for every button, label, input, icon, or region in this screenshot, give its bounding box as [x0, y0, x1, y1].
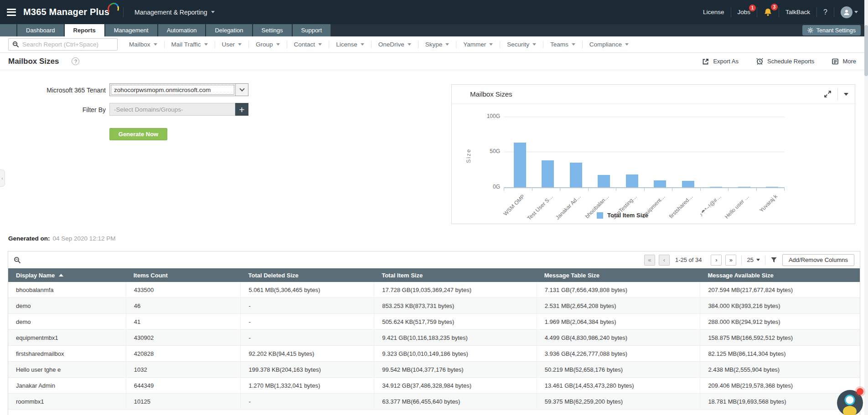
report-menu-group[interactable]: Group — [249, 41, 287, 48]
chat-support-widget[interactable] — [837, 390, 863, 415]
tab-settings[interactable]: Settings — [253, 24, 292, 36]
column-header-message-table-size[interactable]: Message Table Size — [537, 268, 700, 282]
expand-icon[interactable] — [824, 90, 832, 98]
chevron-down-icon — [625, 43, 629, 46]
cell: 99.542 MB(104,377,176 bytes) — [374, 362, 537, 377]
table-row[interactable]: demo41-505.624 KB(517,759 bytes)1.969 MB… — [8, 314, 860, 330]
table-row[interactable]: bhoobalanmfa4335005.061 MB(5,306,465 byt… — [8, 282, 860, 298]
generate-now-button[interactable]: Generate Now — [109, 128, 167, 140]
report-menu-mailbox[interactable]: Mailbox — [122, 41, 164, 48]
column-header-label: Display Name — [16, 272, 55, 279]
add-remove-columns-button[interactable]: Add/Remove Columns — [782, 254, 854, 266]
tab-support[interactable]: Support — [293, 24, 331, 36]
column-header-total-deleted-size[interactable]: Total Deleted Size — [240, 268, 374, 282]
report-menu-user[interactable]: User — [215, 41, 249, 48]
notifications-button[interactable]: 3 — [764, 8, 772, 17]
x-axis-tick — [504, 188, 504, 191]
domains-groups-input[interactable]: -Select Domains/Groups- — [109, 103, 235, 116]
tab-delegation[interactable]: Delegation — [206, 24, 252, 36]
scrollbar-thumb[interactable] — [864, 25, 868, 76]
user-menu[interactable] — [841, 6, 858, 18]
x-axis-tick — [784, 188, 785, 191]
collapse-panel-handle[interactable]: ‹ — [0, 169, 5, 187]
vertical-scrollbar[interactable] — [864, 0, 868, 415]
search-icon — [12, 41, 19, 48]
bar-1 — [542, 160, 554, 187]
table-row[interactable]: firstsharedmailbox42082892.202 KB(94,415… — [8, 346, 860, 362]
last-page-button[interactable]: » — [725, 255, 736, 266]
column-header-label: Message Available Size — [708, 272, 773, 279]
tab-dashboard[interactable]: Dashboard — [17, 24, 64, 36]
column-header-total-item-size[interactable]: Total Item Size — [374, 268, 537, 282]
help-button[interactable]: ? — [823, 8, 827, 16]
report-menu-teams[interactable]: Teams — [543, 41, 582, 48]
x-axis-tick — [532, 188, 532, 191]
x-axis-tick — [588, 188, 589, 191]
cell: 853.253 KB(873,731 bytes) — [374, 298, 537, 313]
chevron-down-icon[interactable] — [235, 84, 248, 96]
cell: - — [240, 314, 374, 329]
report-menu-compliance[interactable]: Compliance — [583, 41, 636, 48]
report-search-input[interactable] — [22, 41, 114, 48]
column-header-display-name[interactable]: Display Name — [8, 268, 126, 282]
report-menu-license[interactable]: License — [329, 41, 371, 48]
column-header-message-available-size[interactable]: Message Available Size — [700, 268, 860, 282]
schedule-reports-button[interactable]: Schedule Reports — [756, 57, 814, 65]
chevron-down-icon — [572, 43, 575, 46]
table-row-partial — [8, 410, 860, 415]
next-page-button[interactable]: › — [711, 255, 722, 266]
generated-on: Generated on:04 Sep 2020 12:12 PM — [8, 235, 116, 242]
export-as-button[interactable]: Export As — [702, 58, 739, 65]
column-header-items-count[interactable]: Items Count — [126, 268, 241, 282]
cell: 9.323 GB(10,010,149,186 bytes) — [374, 346, 537, 361]
report-menu-mail-traffic[interactable]: Mail Traffic — [165, 41, 215, 48]
cell: 1.969 MB(2,064,384 bytes) — [537, 314, 700, 329]
hamburger-menu-icon[interactable] — [7, 7, 16, 17]
table-row[interactable]: roommbx110125-63.377 MB(66,455,640 bytes… — [8, 394, 860, 410]
cell: 199.378 KB(204,163 bytes) — [240, 362, 374, 377]
cell: - — [240, 298, 374, 313]
report-menu-yammer[interactable]: Yammer — [456, 41, 500, 48]
cell: Janakar Admin — [8, 378, 126, 393]
first-page-button[interactable]: « — [644, 255, 655, 266]
page-size-select[interactable]: 25 — [747, 256, 760, 263]
table-row[interactable]: equipmentmbx1430902-9.421 GB(10,116,183,… — [8, 330, 860, 346]
chart-menu-icon[interactable] — [844, 93, 848, 96]
report-menu-contact[interactable]: Contact — [287, 41, 329, 48]
report-menu-security[interactable]: Security — [500, 41, 543, 48]
cell: 209.406 MB(219,578,368 bytes) — [700, 378, 860, 393]
report-help-icon[interactable]: ? — [72, 57, 79, 65]
tenant-select[interactable]: zohocorpwsmopm.onmicrosoft.com — [109, 83, 248, 96]
report-menu-label: Mailbox — [129, 41, 150, 48]
more-button[interactable]: More — [832, 58, 856, 65]
table-row[interactable]: Hello user tghe e1032199.378 KB(204,163 … — [8, 362, 860, 378]
talkback-link[interactable]: TalkBack — [785, 9, 810, 15]
table-search-icon[interactable] — [14, 256, 21, 264]
legend-swatch — [597, 212, 603, 219]
tab-reports[interactable]: Reports — [65, 24, 104, 36]
table-row[interactable]: demo46-853.253 KB(873,731 bytes)2.531 MB… — [8, 298, 860, 314]
y-tick-label: 0G — [470, 184, 500, 190]
column-header-label: Total Item Size — [382, 272, 423, 279]
divider — [834, 7, 834, 17]
report-menu-onedrive[interactable]: OneDrive — [372, 41, 418, 48]
context-switcher[interactable]: Management & Reporting — [134, 9, 215, 16]
report-menu-label: Yammer — [463, 41, 486, 48]
cell: 384.000 KB(393,216 bytes) — [700, 298, 860, 313]
tab-management[interactable]: Management — [105, 24, 157, 36]
prev-page-button[interactable]: ‹ — [659, 255, 670, 266]
report-search-box[interactable] — [8, 38, 118, 51]
add-filter-button[interactable]: + — [235, 103, 248, 116]
cell: 46 — [126, 298, 241, 313]
cell: 18.781 MB(19,693,568 bytes) — [700, 394, 860, 409]
notifications-badge: 3 — [771, 4, 778, 10]
license-link[interactable]: License — [703, 9, 724, 15]
tenant-settings-button[interactable]: Tenant Settings — [802, 25, 861, 36]
table-row[interactable]: Janakar Admin6443491.270 MB(1,332,041 by… — [8, 378, 860, 394]
filter-funnel-icon[interactable] — [770, 256, 777, 263]
jobs-link[interactable]: Jobs 1 — [738, 9, 751, 15]
divider — [731, 7, 731, 17]
divider — [765, 256, 765, 265]
report-menu-skype[interactable]: Skype — [418, 41, 456, 48]
tab-automation[interactable]: Automation — [158, 24, 206, 36]
